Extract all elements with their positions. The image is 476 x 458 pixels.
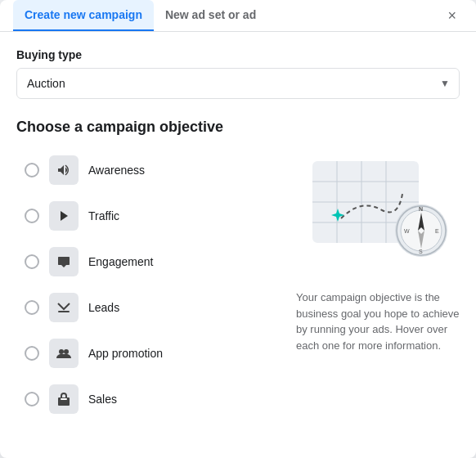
buying-type-label: Buying type — [16, 48, 460, 61]
objective-sales[interactable]: Sales — [16, 378, 283, 420]
traffic-icon-box — [49, 201, 79, 231]
campaign-illustration: N S E W — [300, 149, 456, 280]
app-promotion-icon-box — [49, 339, 79, 368]
sales-icon-box — [49, 384, 79, 414]
section-title: Choose a campaign objective — [16, 119, 460, 136]
modal-body: Buying type Auction Reach and Frequency … — [0, 32, 476, 458]
radio-traffic[interactable] — [25, 209, 39, 223]
svg-text:W: W — [404, 228, 410, 234]
svg-text:S: S — [419, 249, 423, 254]
svg-point-2 — [64, 349, 69, 354]
radio-app-promotion[interactable] — [25, 346, 39, 361]
engagement-label: Engagement — [88, 255, 153, 268]
leads-label: Leads — [88, 301, 119, 314]
content-area: Awareness Traffic — [16, 149, 460, 420]
svg-point-1 — [59, 349, 64, 354]
svg-rect-0 — [58, 311, 70, 312]
app-promotion-label: App promotion — [88, 347, 163, 360]
close-button[interactable]: × — [441, 5, 463, 26]
objective-traffic[interactable]: Traffic — [16, 195, 283, 237]
app-promotion-icon — [56, 345, 72, 361]
awareness-label: Awareness — [88, 164, 145, 177]
objective-awareness[interactable]: Awareness — [16, 149, 283, 191]
objective-leads[interactable]: Leads — [16, 286, 283, 329]
engagement-icon-box — [49, 247, 79, 276]
tab-create-campaign[interactable]: Create new campaign — [13, 0, 154, 31]
objective-app-promotion[interactable]: App promotion — [16, 332, 283, 375]
buying-type-dropdown-wrapper: Auction Reach and Frequency TRP Buying ▼ — [16, 68, 460, 99]
objective-engagement[interactable]: Engagement — [16, 240, 283, 283]
traffic-icon — [56, 208, 72, 224]
awareness-icon — [56, 162, 72, 178]
buying-type-select[interactable]: Auction Reach and Frequency TRP Buying — [16, 68, 460, 99]
sales-label: Sales — [88, 393, 117, 406]
awareness-icon-box — [49, 155, 79, 185]
radio-sales[interactable] — [25, 392, 39, 406]
svg-text:E: E — [435, 228, 439, 234]
svg-rect-4 — [61, 398, 67, 400]
description-text: Your campaign objective is the business … — [296, 290, 460, 353]
tab-new-adset[interactable]: New ad set or ad — [154, 0, 267, 31]
tab-bar: Create new campaign New ad set or ad × — [0, 0, 476, 32]
traffic-label: Traffic — [88, 209, 119, 222]
radio-awareness[interactable] — [25, 163, 39, 177]
leads-icon-box — [49, 293, 79, 322]
leads-icon — [56, 299, 72, 316]
svg-text:N: N — [419, 206, 423, 212]
create-campaign-modal: Create new campaign New ad set or ad × B… — [0, 0, 476, 458]
engagement-icon — [56, 254, 72, 270]
sales-icon — [56, 391, 72, 407]
right-panel: N S E W Your campaign objective is the b… — [296, 149, 460, 420]
objectives-list: Awareness Traffic — [16, 149, 283, 420]
radio-leads[interactable] — [25, 300, 39, 315]
radio-engagement[interactable] — [25, 254, 39, 269]
